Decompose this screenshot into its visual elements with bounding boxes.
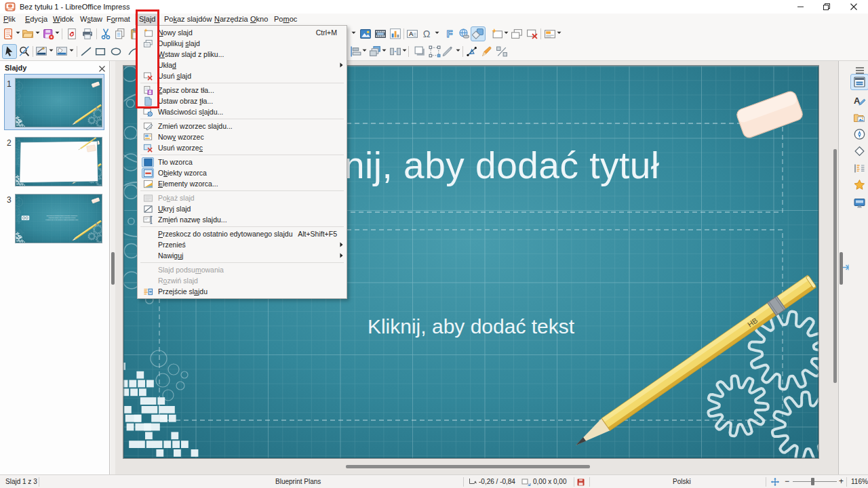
dropdown-arrow-icon[interactable] bbox=[504, 31, 509, 37]
glue-points-icon[interactable] bbox=[465, 44, 479, 59]
distribute-icon[interactable] bbox=[388, 44, 403, 59]
menu-item-zmień-nazwę-slajdu[interactable]: Zmień nazwę slajdu... bbox=[138, 214, 347, 225]
fontwork-icon[interactable]: F bbox=[442, 26, 457, 41]
copy-icon[interactable] bbox=[113, 26, 127, 41]
dropdown-arrow-icon[interactable] bbox=[49, 49, 54, 54]
unsaved-changes-icon[interactable] bbox=[577, 479, 585, 486]
zoom-in-button[interactable]: + bbox=[839, 475, 844, 488]
align-objects-icon[interactable] bbox=[349, 44, 363, 59]
menu-item-usuń-slajd[interactable]: Usuń slajd bbox=[138, 70, 347, 81]
arrange-icon[interactable] bbox=[368, 44, 382, 59]
special-character-icon[interactable]: Ω bbox=[419, 26, 434, 41]
menu-item-zmień-wzorzec-slajdu[interactable]: Zmień wzorzec slajdu... bbox=[138, 121, 347, 131]
slide-thumbnail-1[interactable]: 1 bbox=[0, 76, 110, 135]
navigator-icon[interactable] bbox=[850, 126, 868, 142]
ellipse-icon[interactable] bbox=[108, 44, 123, 59]
menu-item-nawiguj[interactable]: Nawiguj bbox=[138, 250, 347, 261]
show-draw-functions-icon[interactable] bbox=[471, 26, 486, 41]
export-pdf-icon[interactable] bbox=[64, 26, 79, 41]
menu-item-wstaw-slajd-z-pliku[interactable]: Wstaw slajd z pliku... bbox=[138, 49, 347, 60]
text-placeholder-text[interactable]: Kliknij, aby dodać tekst bbox=[368, 315, 575, 338]
insert-textbox-icon[interactable]: A bbox=[405, 26, 420, 41]
menu-item-przenieś[interactable]: Przenieś bbox=[138, 239, 347, 250]
properties-icon[interactable] bbox=[850, 74, 868, 90]
slide-thumbnail-image[interactable]: This work is licensed under a Creative C… bbox=[15, 194, 102, 243]
animation-icon[interactable] bbox=[850, 177, 868, 193]
menu-item-zapisz-obraz-tła[interactable]: Zapisz obraz tła... bbox=[138, 85, 347, 96]
zoom-out-button[interactable]: − bbox=[785, 475, 789, 488]
menu-item-nowy-wzorzec[interactable]: Nowy wzorzec bbox=[138, 131, 347, 142]
menu-item-usuń-wzorzec[interactable]: Usuń wzorzec bbox=[138, 142, 347, 153]
menu-item-duplikuj-slajd[interactable]: Duplikuj slajd bbox=[138, 38, 347, 49]
dropdown-arrow-icon[interactable] bbox=[55, 31, 60, 37]
select-icon[interactable] bbox=[2, 44, 17, 59]
menu-item-tło-wzorca[interactable]: Tło wzorca bbox=[138, 157, 347, 167]
zoom-pan-icon[interactable] bbox=[17, 44, 32, 59]
close-icon[interactable] bbox=[97, 64, 106, 73]
gallery-icon[interactable] bbox=[850, 109, 868, 125]
insert-line-icon[interactable] bbox=[79, 44, 94, 59]
slide-properties-icon[interactable] bbox=[542, 26, 557, 41]
new-document-icon[interactable] bbox=[1, 26, 16, 41]
menu-item-obiekty-wzorca[interactable]: Obiekty wzorca bbox=[138, 167, 347, 178]
dropdown-arrow-icon[interactable] bbox=[69, 49, 75, 54]
dropdown-arrow-icon[interactable] bbox=[402, 49, 408, 54]
rectangle-icon[interactable] bbox=[93, 44, 108, 59]
menu-pomoc[interactable]: Pomoc bbox=[270, 14, 301, 25]
line-style-icon[interactable] bbox=[34, 44, 49, 59]
delete-slide-icon[interactable] bbox=[525, 26, 540, 41]
lists-icon[interactable] bbox=[850, 160, 868, 176]
dropdown-arrow-icon[interactable] bbox=[35, 31, 41, 37]
menu-pokaz-slajd-w[interactable]: Pokaz slajdów bbox=[160, 14, 216, 25]
save-icon[interactable] bbox=[41, 26, 56, 41]
scale-icon[interactable] bbox=[494, 44, 509, 59]
menu-item-właściwości-slajdu[interactable]: Właściwości slajdu... bbox=[138, 106, 347, 117]
menu-okno[interactable]: Okno bbox=[246, 14, 272, 25]
slide-thumbnail-image[interactable] bbox=[15, 137, 102, 186]
styles-icon[interactable]: A bbox=[850, 92, 868, 108]
highlight-icon[interactable] bbox=[479, 44, 494, 59]
menu-item-ukryj-slajd[interactable]: Ukryj slajd bbox=[138, 203, 347, 214]
menu-format[interactable]: Format bbox=[102, 14, 134, 25]
fit-slide-icon[interactable] bbox=[771, 478, 779, 486]
menu-item-układ[interactable]: Układ bbox=[138, 60, 347, 70]
menu-item-nowy-slajd[interactable]: Nowy slajdCtrl+M bbox=[138, 27, 347, 38]
vertical-scrollbar[interactable] bbox=[833, 149, 837, 383]
shadow-icon[interactable] bbox=[412, 44, 427, 59]
cut-icon[interactable] bbox=[98, 26, 113, 41]
zoom-slider-track[interactable] bbox=[793, 481, 837, 482]
collapse-arrow-icon[interactable] bbox=[843, 264, 851, 271]
print-icon[interactable] bbox=[80, 26, 95, 41]
menu-plik[interactable]: Plik bbox=[0, 14, 20, 25]
duplicate-slide-icon[interactable] bbox=[509, 26, 524, 41]
new-slide-icon[interactable] bbox=[490, 26, 505, 41]
menu-widok[interactable]: Widok bbox=[49, 14, 78, 25]
fill-style-icon[interactable] bbox=[54, 44, 69, 59]
slide-thumbnail-2[interactable]: 2 bbox=[0, 135, 110, 192]
insert-chart-icon[interactable] bbox=[388, 26, 403, 41]
slide-thumbnail-image[interactable] bbox=[15, 78, 102, 127]
dropdown-arrow-icon[interactable] bbox=[351, 31, 357, 37]
language-status[interactable]: Polski bbox=[673, 475, 691, 488]
dropdown-arrow-icon[interactable] bbox=[456, 49, 461, 54]
shapes-icon[interactable] bbox=[850, 143, 868, 159]
dropdown-arrow-icon[interactable] bbox=[435, 31, 440, 37]
menu-item-przejście-slajdu[interactable]: Przejście slajdu bbox=[138, 286, 347, 297]
dropdown-arrow-icon[interactable] bbox=[362, 49, 368, 54]
menu-item-ustaw-obraz-tła[interactable]: Ustaw obraz tła... bbox=[138, 96, 347, 106]
line-width-icon[interactable] bbox=[440, 44, 455, 59]
open-file-icon[interactable] bbox=[20, 26, 35, 41]
minimize-button[interactable] bbox=[787, 0, 814, 14]
dropdown-arrow-icon[interactable] bbox=[382, 49, 387, 54]
zoom-level[interactable]: 116% bbox=[851, 475, 868, 488]
maximize-button[interactable] bbox=[813, 0, 840, 14]
menu-item-przeskocz-do-ostatnio-edytowanego-slajdu[interactable]: Przeskocz do ostatnio edytowanego slajdu… bbox=[138, 228, 347, 239]
hyperlink-icon[interactable] bbox=[456, 26, 471, 41]
zoom-slider-thumb[interactable] bbox=[811, 478, 814, 485]
master-slides-icon[interactable] bbox=[850, 195, 868, 211]
close-button[interactable] bbox=[840, 0, 867, 14]
menu-item-elementy-wzorca[interactable]: Elementy wzorca... bbox=[138, 178, 347, 189]
insert-image-icon[interactable] bbox=[358, 26, 373, 41]
menu-edycja[interactable]: Edycja bbox=[21, 14, 52, 25]
dropdown-arrow-icon[interactable] bbox=[557, 31, 562, 37]
